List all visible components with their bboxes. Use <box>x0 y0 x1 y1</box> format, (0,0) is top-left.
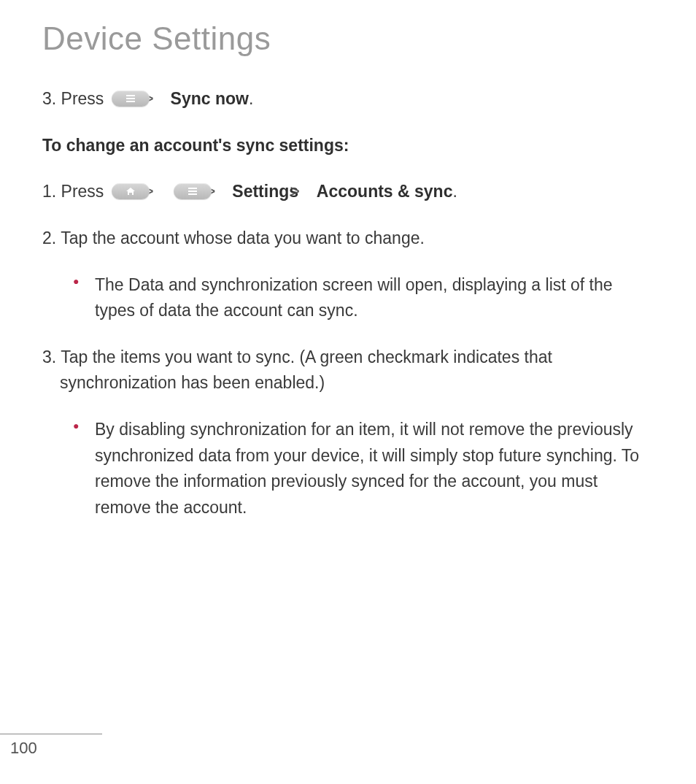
page-title: Device Settings <box>42 20 654 57</box>
menu-button-icon <box>174 183 212 199</box>
step-1: 1. Press > > Settings > Accounts & sync. <box>42 179 654 205</box>
svg-rect-4 <box>188 191 197 192</box>
home-button-icon <box>112 183 150 199</box>
step-3: 3. Tap the items you want to sync. (A gr… <box>42 345 654 396</box>
svg-rect-3 <box>188 188 197 189</box>
period: . <box>452 182 457 201</box>
footer-rule <box>0 734 102 734</box>
step-lead: Press <box>61 182 109 201</box>
bullet-2: By disabling synchronization for an item… <box>42 417 654 521</box>
menu-button-icon <box>112 91 150 107</box>
step-lead: Press <box>61 89 109 108</box>
svg-rect-5 <box>188 193 197 195</box>
step-number: 1. <box>42 182 56 201</box>
page-footer: 100 <box>0 734 102 758</box>
step-3-pre: 3. Press > Sync now. <box>42 86 654 112</box>
sync-now-label: Sync now <box>171 89 249 108</box>
step-text: Tap the items you want to sync. (A green… <box>60 347 552 393</box>
svg-rect-1 <box>126 98 135 99</box>
step-number: 3. <box>42 89 56 108</box>
accounts-sync-label: Accounts & sync <box>317 182 453 201</box>
step-number: 3. <box>42 347 56 366</box>
svg-rect-2 <box>126 101 135 102</box>
settings-label: Settings <box>232 182 298 201</box>
manual-page: Device Settings 3. Press > Sync now. To … <box>0 0 696 521</box>
subheading: To change an account's sync settings: <box>42 133 654 159</box>
step-number: 2. <box>42 228 56 247</box>
period: . <box>249 89 253 108</box>
page-number: 100 <box>0 739 102 758</box>
svg-rect-0 <box>126 95 135 96</box>
body-text: 3. Press > Sync now. To change an accoun… <box>42 86 654 521</box>
step-2: 2. Tap the account whose data you want t… <box>42 226 654 252</box>
bullet-1: The Data and synchronization screen will… <box>42 272 654 324</box>
step-text: Tap the account whose data you want to c… <box>61 228 425 247</box>
